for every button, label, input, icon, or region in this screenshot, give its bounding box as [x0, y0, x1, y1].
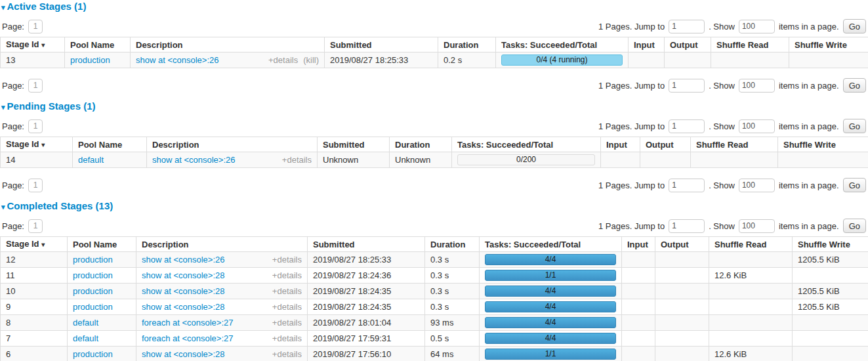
completed-stages-heading[interactable]: ▾Completed Stages (13)	[1, 201, 868, 212]
col-shuffle-read[interactable]: Shuffle Read	[709, 237, 793, 252]
show-count-input[interactable]	[739, 20, 775, 33]
details-toggle[interactable]: +details	[282, 155, 312, 165]
go-button[interactable]: Go	[843, 178, 866, 192]
col-tasks[interactable]: Tasks: Succeeded/Total	[480, 237, 622, 252]
pending-stages-heading[interactable]: ▾Pending Stages (1)	[1, 101, 868, 112]
details-toggle[interactable]: +details	[272, 349, 302, 359]
details-toggle[interactable]: +details	[268, 55, 298, 65]
col-tasks[interactable]: Tasks: Succeeded/Total	[452, 137, 601, 152]
pool-name-link[interactable]: default	[73, 333, 98, 343]
sort-arrow-icon: ▾	[41, 41, 45, 49]
col-description[interactable]: Description	[147, 137, 318, 152]
col-shuffle-read[interactable]: Shuffle Read	[711, 37, 789, 53]
col-pool-name[interactable]: Pool Name	[65, 37, 131, 53]
details-toggle[interactable]: +details	[272, 270, 302, 280]
details-toggle[interactable]: +details	[272, 318, 302, 328]
col-input[interactable]: Input	[629, 37, 665, 53]
col-duration[interactable]: Duration	[390, 137, 452, 152]
col-stage-id[interactable]: Stage Id ▾	[1, 237, 68, 252]
jump-to-page-input[interactable]	[669, 179, 705, 192]
description-link[interactable]: show at <console>:28	[142, 302, 224, 312]
page-number-input[interactable]	[28, 119, 43, 133]
description-link[interactable]: show at <console>:28	[142, 349, 224, 359]
col-input[interactable]: Input	[601, 137, 640, 152]
col-stage-id[interactable]: Stage Id ▾	[1, 137, 73, 152]
items-per-page-label: items in a page.	[779, 81, 839, 91]
show-count-input[interactable]	[739, 119, 775, 133]
output-cell	[655, 347, 709, 361]
col-pool-name[interactable]: Pool Name	[73, 137, 147, 152]
go-button[interactable]: Go	[843, 219, 866, 233]
col-output[interactable]: Output	[665, 37, 711, 53]
jump-to-page-input[interactable]	[669, 119, 705, 133]
page-number-input[interactable]	[28, 179, 43, 192]
kill-link[interactable]: (kill)	[303, 55, 319, 65]
pool-name-link[interactable]: default	[73, 318, 98, 328]
col-shuffle-write[interactable]: Shuffle Write	[793, 237, 868, 252]
pool-name-cell: default	[73, 152, 147, 168]
table-header-row: Stage Id ▾ Pool Name Description Submitt…	[1, 37, 868, 53]
sort-arrow-icon: ▾	[41, 141, 45, 148]
description-link[interactable]: show at <console>:28	[142, 286, 224, 296]
pool-name-link[interactable]: production	[73, 302, 113, 312]
col-shuffle-write[interactable]: Shuffle Write	[789, 37, 868, 53]
description-link[interactable]: show at <console>:26	[152, 155, 235, 165]
details-toggle[interactable]: +details	[272, 302, 302, 312]
go-button[interactable]: Go	[843, 19, 866, 33]
col-shuffle-write[interactable]: Shuffle Write	[778, 137, 868, 152]
pool-name-link[interactable]: production	[73, 349, 113, 359]
page-number-input[interactable]	[28, 219, 43, 233]
pool-name-link[interactable]: production	[73, 270, 113, 280]
description-link[interactable]: show at <console>:28	[142, 270, 224, 280]
submitted-cell: 2019/08/27 18:25:33	[308, 252, 425, 268]
col-output[interactable]: Output	[655, 237, 709, 252]
input-cell	[622, 347, 655, 361]
col-output[interactable]: Output	[640, 137, 691, 152]
tasks-progress-bar: 4/4	[485, 286, 616, 297]
col-shuffle-read[interactable]: Shuffle Read	[691, 137, 778, 152]
details-toggle[interactable]: +details	[272, 255, 302, 265]
go-button[interactable]: Go	[843, 78, 866, 93]
input-cell	[601, 152, 640, 168]
jump-to-page-input[interactable]	[669, 79, 705, 93]
shuffle-read-cell	[691, 152, 778, 168]
col-stage-id[interactable]: Stage Id ▾	[1, 37, 65, 53]
col-description[interactable]: Description	[131, 37, 325, 53]
col-duration[interactable]: Duration	[425, 237, 480, 252]
description-link[interactable]: foreach at <console>:27	[142, 318, 234, 328]
col-submitted[interactable]: Submitted	[325, 37, 438, 53]
col-duration[interactable]: Duration	[438, 37, 496, 53]
show-count-input[interactable]	[739, 79, 775, 93]
col-submitted[interactable]: Submitted	[308, 237, 425, 252]
pool-name-link[interactable]: production	[70, 55, 110, 65]
col-pool-name[interactable]: Pool Name	[68, 237, 136, 252]
description-cell: foreach at <console>:27 +details	[136, 315, 308, 331]
show-count-input[interactable]	[739, 179, 775, 192]
go-button[interactable]: Go	[843, 119, 866, 133]
description-link[interactable]: foreach at <console>:27	[142, 333, 234, 343]
page-number-input[interactable]	[28, 20, 43, 33]
pending-stages-table: Stage Id ▾ Pool Name Description Submitt…	[0, 137, 868, 168]
tasks-cell: 4/4	[480, 284, 622, 299]
description-link[interactable]: show at <console>:26	[142, 255, 224, 265]
pool-name-cell: default	[68, 331, 136, 347]
duration-cell: 0.3 s	[425, 299, 480, 315]
show-count-input[interactable]	[739, 219, 775, 233]
col-description[interactable]: Description	[136, 237, 308, 252]
page-number-input[interactable]	[28, 79, 43, 93]
active-stages-heading[interactable]: ▾Active Stages (1)	[1, 1, 868, 12]
col-submitted[interactable]: Submitted	[318, 137, 390, 152]
tasks-cell: 1/1	[480, 268, 622, 284]
tasks-progress-bar: 4/4	[485, 317, 616, 328]
jump-to-page-input[interactable]	[669, 20, 705, 33]
col-input[interactable]: Input	[622, 237, 655, 252]
description-link[interactable]: show at <console>:26	[136, 55, 218, 65]
col-tasks[interactable]: Tasks: Succeeded/Total	[496, 37, 629, 53]
details-toggle[interactable]: +details	[272, 333, 302, 343]
jump-to-page-input[interactable]	[669, 219, 705, 233]
pool-name-link[interactable]: default	[78, 155, 104, 165]
details-toggle[interactable]: +details	[272, 286, 302, 296]
output-cell	[655, 315, 709, 331]
pool-name-link[interactable]: production	[73, 255, 113, 265]
pool-name-link[interactable]: production	[73, 286, 113, 296]
